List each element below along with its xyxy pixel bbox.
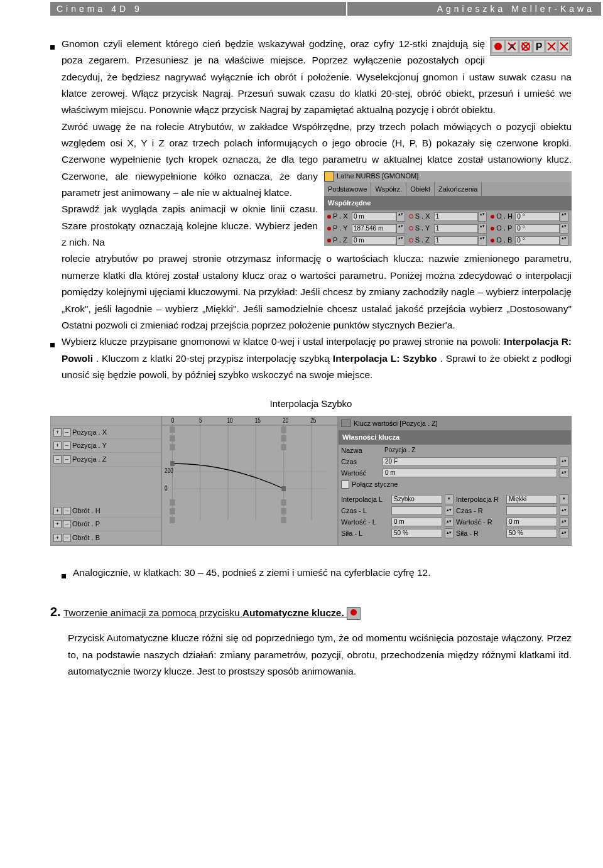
svg-text:0: 0 xyxy=(171,417,175,424)
kp-val-value[interactable]: 0 m xyxy=(383,469,557,477)
checkbox[interactable] xyxy=(341,480,349,489)
val-op[interactable]: 0 ° xyxy=(515,224,560,233)
svg-rect-11 xyxy=(162,416,337,523)
tab-podstawowe[interactable]: Podstawowe xyxy=(324,182,371,197)
svg-rect-28 xyxy=(281,435,286,442)
spinner[interactable]: ▴▾ xyxy=(396,224,405,234)
track-item[interactable]: +–Obrót . H xyxy=(51,504,161,518)
timeline-curve-area[interactable]: 0510 152025 200 0 xyxy=(161,416,338,546)
svg-rect-25 xyxy=(170,426,175,433)
para2-t1: Wybierz klucze przypisane gnomonowi w kl… xyxy=(62,336,504,347)
spinner[interactable]: ▴▾ xyxy=(445,528,454,538)
spinner[interactable]: ▴▾ xyxy=(560,212,568,222)
spinner[interactable]: ▴▾ xyxy=(478,224,487,234)
recording-toolbar-icon: A P xyxy=(490,37,572,61)
key-properties-panel: Klucz wartości [Pozycja . Z] Własności k… xyxy=(338,416,572,546)
track-item[interactable]: +–Obrót . B xyxy=(51,531,161,545)
spinner[interactable]: ▴▾ xyxy=(445,517,454,527)
key-dot-empty xyxy=(409,214,413,219)
svg-text:25: 25 xyxy=(310,417,316,424)
kp-wl-label: Wartość - L xyxy=(341,516,389,528)
para1-text3b: Sprawdź jak wygląda zapis animacji w okn… xyxy=(62,203,318,247)
kp-cr-value[interactable] xyxy=(506,506,557,515)
kp-ir-value[interactable]: Miękki xyxy=(506,495,557,504)
svg-rect-42 xyxy=(281,517,286,523)
track-item[interactable]: +–Pozycja . Y xyxy=(51,439,161,453)
tab-wspolrz[interactable]: Współrz. xyxy=(371,182,406,197)
bullet-icon xyxy=(50,36,62,55)
spinner[interactable]: ▴▾ xyxy=(560,224,568,234)
tab-zakonczenia[interactable]: Zakończenia xyxy=(435,182,482,197)
kp-name-value: Pozycja . Z xyxy=(383,447,568,454)
lbl-py: P . Y xyxy=(333,222,352,234)
coord-row-z: P . Z 0 m ▴▾ S . Z 1 ▴▾ O . B 0 ° ▴▾ xyxy=(324,234,572,246)
kp-name-label: Nazwa xyxy=(341,445,380,457)
bullet-icon xyxy=(50,334,62,352)
annotation-label: Interpolacja Szybko xyxy=(50,396,572,412)
dropdown-icon[interactable]: ▾ xyxy=(560,494,568,504)
svg-rect-37 xyxy=(170,499,175,506)
val-sz[interactable]: 1 xyxy=(434,236,479,245)
spinner[interactable]: ▴▾ xyxy=(560,468,568,478)
kp-cl-value[interactable] xyxy=(391,506,442,515)
kp-val-label: Wartość xyxy=(341,467,380,479)
track-item[interactable]: +–Obrót . P xyxy=(51,518,161,531)
spinner[interactable]: ▴▾ xyxy=(560,506,568,516)
svg-rect-26 xyxy=(281,426,286,433)
attributes-panel: Lathe NURBS [GMONOM] Podstawowe Współrz.… xyxy=(324,171,572,246)
lbl-sz: S . Z xyxy=(415,234,434,246)
spinner[interactable]: ▴▾ xyxy=(560,457,568,467)
svg-text:200: 200 xyxy=(165,467,173,474)
val-sx[interactable]: 1 xyxy=(434,212,479,221)
lbl-sx: S . X xyxy=(415,210,434,222)
lbl-op: O . P xyxy=(496,222,515,234)
kp-cr-label: Czas - R xyxy=(456,505,504,517)
coord-row-y: P . Y 187.546 m ▴▾ S . Y 1 ▴▾ O . P 0 ° … xyxy=(324,222,572,234)
track-item[interactable]: +–Pozycja . X xyxy=(51,426,161,440)
lbl-ob: O . B xyxy=(496,234,515,246)
spinner[interactable]: ▴▾ xyxy=(560,528,568,538)
val-oh[interactable]: 0 ° xyxy=(515,212,560,221)
lbl-pz: P . Z xyxy=(333,234,352,246)
val-py[interactable]: 187.546 m xyxy=(352,224,396,233)
key-dot-filled xyxy=(491,227,494,231)
kp-wl-value[interactable]: 0 m xyxy=(391,518,442,526)
dropdown-icon[interactable]: ▾ xyxy=(445,494,454,504)
val-sy[interactable]: 1 xyxy=(434,224,479,233)
kp-sr-value[interactable]: 50 % xyxy=(506,529,557,538)
svg-point-2 xyxy=(494,43,502,50)
val-pz[interactable]: 0 m xyxy=(352,236,396,245)
svg-text:P: P xyxy=(536,41,543,52)
svg-rect-41 xyxy=(170,517,175,523)
kp-il-value[interactable]: Szybko xyxy=(391,495,442,504)
svg-text:5: 5 xyxy=(199,417,202,424)
spinner[interactable]: ▴▾ xyxy=(560,236,568,246)
kp-sr-label: Siła - R xyxy=(456,528,504,540)
spinner[interactable]: ▴▾ xyxy=(478,212,487,222)
spinner[interactable]: ▴▾ xyxy=(445,506,454,516)
val-ob[interactable]: 0 ° xyxy=(515,236,560,245)
key-icon xyxy=(341,420,351,427)
spinner[interactable]: ▴▾ xyxy=(478,236,487,246)
key-dot-filled xyxy=(491,215,494,219)
kp-tangent-label: Połącz styczne xyxy=(352,479,398,491)
tab-obiekt[interactable]: Obiekt xyxy=(406,182,435,197)
kp-time-value[interactable]: 20 F xyxy=(383,457,557,466)
spinner[interactable]: ▴▾ xyxy=(396,212,405,222)
val-px[interactable]: 0 m xyxy=(352,212,396,221)
track-item[interactable]: ––Pozycja . Z xyxy=(51,453,161,467)
kp-sl-value[interactable]: 50 % xyxy=(391,529,442,538)
spinner[interactable]: ▴▾ xyxy=(560,517,568,527)
section2-body: Przycisk Automatyczne klucze różni się o… xyxy=(68,630,572,680)
kp-wr-value[interactable]: 0 m xyxy=(506,518,557,526)
para1-text3a: Czerwone, ale niewypełnione kółko oznacz… xyxy=(62,171,318,198)
spinner[interactable]: ▴▾ xyxy=(396,236,405,246)
kp-il-label: Interpolacja L xyxy=(341,494,389,506)
header-right: Agnieszka Meller-Kawa xyxy=(347,2,601,16)
kp-wr-label: Wartość - R xyxy=(456,516,504,528)
svg-text:0: 0 xyxy=(165,485,168,492)
key-dot-empty xyxy=(409,238,413,242)
kp-title: Klucz wartości [Pozycja . Z] xyxy=(354,418,438,430)
para1-text2: Zwróć uwagę że na rolecie Atrybutów, w z… xyxy=(62,121,572,165)
kp-sl-label: Siła - L xyxy=(341,528,389,540)
